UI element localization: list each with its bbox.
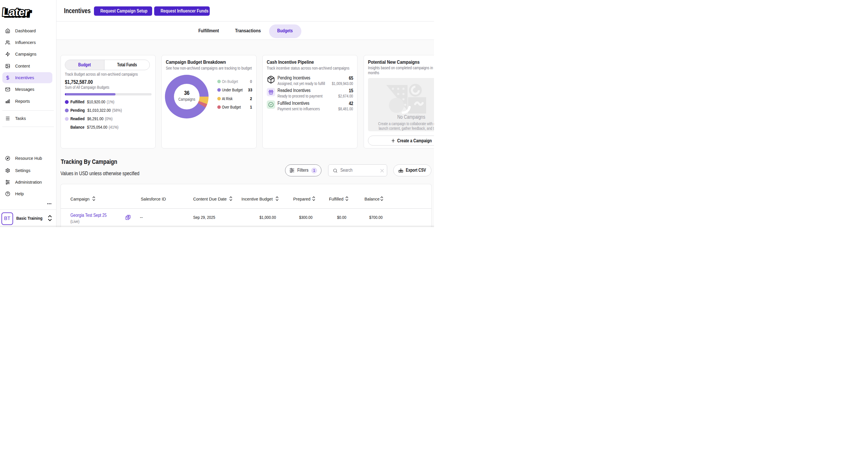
svg-text:Later: Later — [2, 7, 29, 18]
